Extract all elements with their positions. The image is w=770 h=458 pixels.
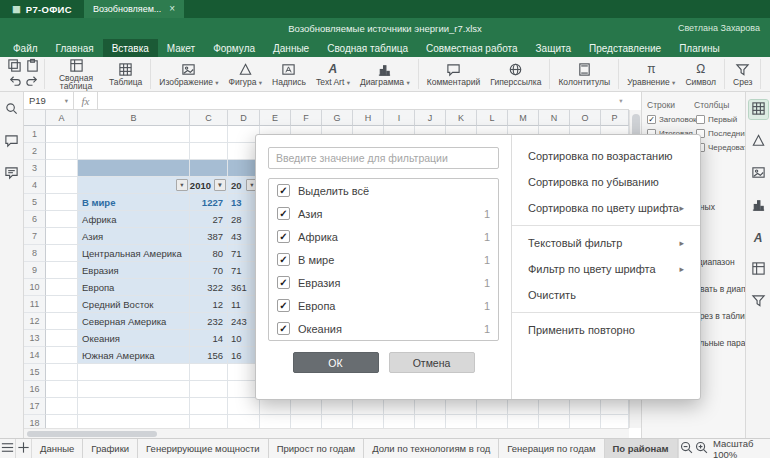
shape-button[interactable]: Фигура ▾ [224, 59, 268, 90]
cell-N18[interactable] [539, 415, 570, 428]
column-header-F[interactable]: F [291, 110, 322, 126]
menu-tab-3[interactable]: Макет [158, 39, 204, 57]
filter-button[interactable]: ▾ [176, 179, 188, 191]
column-header-D[interactable]: D [228, 110, 260, 126]
filter-menu-item-4[interactable]: Текстовый фильтр▸ [512, 230, 700, 256]
zoom-out-button[interactable] [678, 439, 694, 458]
cell-B9[interactable]: Евразия [78, 262, 190, 279]
row-header-16[interactable]: 16 [24, 381, 46, 398]
cell-C1[interactable] [190, 126, 228, 143]
filter-search-input[interactable] [268, 147, 499, 169]
menu-tab-10[interactable]: Плагины [670, 39, 729, 57]
column-header-L[interactable]: L [477, 110, 508, 126]
cell-O18[interactable] [570, 415, 601, 428]
image-button[interactable]: Изображение ▾ [154, 59, 223, 90]
hyperlink-button[interactable]: Гиперссылка [485, 59, 546, 90]
filter-list-item[interactable]: ✓Африка1 [269, 225, 498, 248]
sheet-list-button[interactable] [0, 439, 16, 458]
table-settings-button[interactable] [749, 100, 768, 119]
cell-A2[interactable] [46, 143, 78, 160]
checkbox-checked-icon[interactable]: ✓ [277, 184, 290, 197]
menu-tab-4[interactable]: Формула [204, 39, 264, 57]
menu-tab-2[interactable]: Вставка [103, 39, 158, 57]
cell-K18[interactable] [446, 415, 477, 428]
column-header-A[interactable]: A [46, 110, 78, 126]
cell-F18[interactable] [291, 415, 322, 428]
cell-B6[interactable]: Африка [78, 211, 190, 228]
cell-B15[interactable] [78, 364, 190, 381]
pivot-table-button[interactable]: Сводная таблица [48, 59, 104, 90]
cell-A10[interactable] [46, 279, 78, 296]
comments-button[interactable] [2, 132, 21, 151]
sheet-tab-4[interactable]: Доли по технологиям в год [364, 439, 499, 458]
sheet-tab-1[interactable]: Графики [83, 439, 138, 458]
equation-button[interactable]: πУравнение ▾ [622, 59, 680, 90]
column-header-E[interactable]: E [260, 110, 291, 126]
cell-A12[interactable] [46, 313, 78, 330]
cell-name-box[interactable]: P19 ▾ [24, 92, 74, 109]
column-header-I[interactable]: I [384, 110, 415, 126]
table-button[interactable]: Таблица [104, 59, 147, 90]
cell-E17[interactable] [260, 398, 291, 415]
cell-C6[interactable]: 27 [190, 211, 228, 228]
cell-B16[interactable] [78, 381, 190, 398]
column-header-M[interactable]: M [508, 110, 539, 126]
chart-button[interactable]: Диаграмма ▾ [355, 59, 415, 90]
filter-menu-item-1[interactable]: Сортировка по убыванию [512, 169, 700, 195]
row-header-2[interactable]: 2 [24, 143, 46, 160]
cancel-button[interactable]: Отмена [389, 352, 475, 373]
cell-A11[interactable] [46, 296, 78, 313]
cell-E18[interactable] [260, 415, 291, 428]
menu-tab-6[interactable]: Сводная таблица [318, 39, 417, 57]
column-header-B[interactable]: B [78, 110, 190, 126]
filter-list-item[interactable]: ✓Европа1 [269, 294, 498, 317]
cell-A14[interactable] [46, 347, 78, 364]
slicer-button[interactable]: Срез [728, 59, 757, 90]
cell-C11[interactable]: 12 [190, 296, 228, 313]
document-tab[interactable]: Возобновляем... × [84, 0, 184, 18]
column-header-P[interactable]: P [601, 110, 629, 126]
zoom-in-button[interactable] [694, 439, 709, 458]
col-checkbox-1[interactable]: Последний [696, 127, 745, 139]
row-header-1[interactable]: 1 [24, 126, 46, 143]
column-header-G[interactable]: G [322, 110, 353, 126]
menu-tab-8[interactable]: Защита [527, 39, 580, 57]
horizontal-scroll-thumb[interactable] [27, 431, 157, 437]
checkbox-checked-icon[interactable]: ✓ [277, 253, 290, 266]
cell-M18[interactable] [508, 415, 539, 428]
cell-A5[interactable] [46, 194, 78, 211]
menu-tab-1[interactable]: Главная [47, 39, 103, 57]
text-art-button[interactable]: AText Art ▾ [311, 59, 355, 90]
sheet-tab-6[interactable]: По районам [605, 439, 678, 458]
cell-C13[interactable]: 14 [190, 330, 228, 347]
pivot-settings-button[interactable] [749, 260, 768, 279]
cell-G18[interactable] [322, 415, 353, 428]
cell-K17[interactable] [446, 398, 477, 415]
cell-M17[interactable] [508, 398, 539, 415]
cell-I17[interactable] [384, 398, 415, 415]
column-header-O[interactable]: O [570, 110, 601, 126]
cell-O17[interactable] [570, 398, 601, 415]
cell-H18[interactable] [353, 415, 384, 428]
sheet-tab-3[interactable]: Прирост по годам [269, 439, 364, 458]
cell-A9[interactable] [46, 262, 78, 279]
row-header-3[interactable]: 3 [24, 160, 46, 177]
cell-C10[interactable]: 322 [190, 279, 228, 296]
row-header-13[interactable]: 13 [24, 330, 46, 347]
cell-A18[interactable] [46, 415, 78, 428]
row-header-6[interactable]: 6 [24, 211, 46, 228]
chart-settings-button[interactable] [749, 196, 768, 215]
cell-B5[interactable]: В мире [78, 194, 190, 211]
cell-P17[interactable] [601, 398, 629, 415]
filter-list-item[interactable]: ✓Океания1 [269, 317, 498, 340]
cell-B10[interactable]: Европа [78, 279, 190, 296]
cell-C9[interactable]: 70 [190, 262, 228, 279]
shape-settings-button[interactable] [749, 132, 768, 151]
cell-L17[interactable] [477, 398, 508, 415]
cell-B2[interactable] [78, 143, 190, 160]
horizontal-scrollbar[interactable] [24, 428, 629, 438]
cell-A17[interactable] [46, 398, 78, 415]
checkbox-checked-icon[interactable]: ✓ [277, 322, 290, 335]
row-header-12[interactable]: 12 [24, 313, 46, 330]
undo-button[interactable] [6, 74, 22, 89]
